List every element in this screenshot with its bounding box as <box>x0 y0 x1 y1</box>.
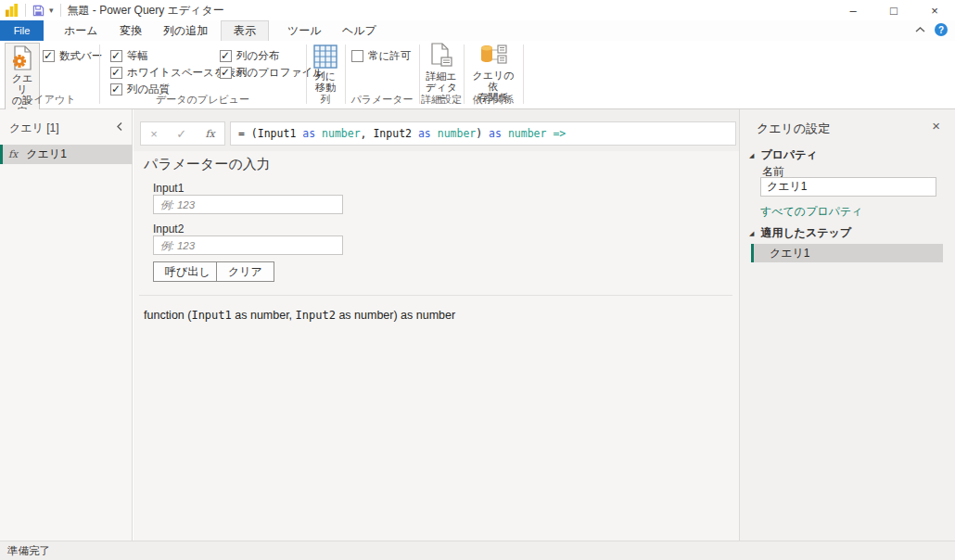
ribbon-group-data-preview: 等幅 ホワイトスペースを表示 列の品質 列の分布 列のプロファイル データのプレ… <box>99 41 306 108</box>
group-label-data-preview: データのプレビュー <box>99 93 306 107</box>
checkbox-always-allow[interactable]: 常に許可 <box>351 49 411 62</box>
signature-param2: Input2 <box>296 309 336 322</box>
formula-token: , Input2 <box>361 127 418 140</box>
checkbox-icon <box>43 50 55 62</box>
ribbon: クエリ の設定 数式バー レイアウト 等幅 ホワイトスペースを表示 列の品質 列… <box>0 41 955 109</box>
tab-home[interactable]: ホーム <box>52 20 110 41</box>
window-controls: – □ × <box>833 0 955 20</box>
group-label-layout: レイアウト <box>0 93 99 107</box>
tab-help[interactable]: ヘルプ <box>330 20 388 41</box>
tab-view[interactable]: 表示 <box>221 20 269 41</box>
queries-pane-header: クエリ [1] <box>9 121 59 136</box>
tab-tools[interactable]: ツール <box>275 20 334 41</box>
expander-icon: ◢ <box>749 152 754 159</box>
go-to-column-label-line1: 列に <box>315 70 336 82</box>
commit-formula-icon[interactable]: ✓ <box>176 127 186 141</box>
minimize-button[interactable]: – <box>833 0 873 20</box>
checkbox-icon <box>220 50 232 62</box>
cancel-formula-icon[interactable]: × <box>150 127 158 141</box>
applied-step-item[interactable]: クエリ1 <box>751 244 943 262</box>
query-item-label: クエリ1 <box>26 146 67 162</box>
query-settings-button[interactable]: クエリ の設定 <box>5 43 40 120</box>
signature-text: as number) as number <box>336 309 455 322</box>
input2-field[interactable] <box>153 235 343 255</box>
formula-token: ) <box>476 127 489 140</box>
checkbox-formula-bar[interactable]: 数式バー <box>43 49 102 62</box>
properties-section-header[interactable]: ◢ プロパティ <box>749 147 818 163</box>
checkbox-label: 等幅 <box>127 49 148 63</box>
formula-token: = (Input1 <box>238 127 302 140</box>
go-to-column-label-line2: 移動 <box>315 82 336 93</box>
table-grid-icon <box>313 45 337 69</box>
status-bar: 準備完了 <box>0 541 955 560</box>
ribbon-tab-row: File ホーム 変換 列の追加 表示 ツール ヘルプ ? <box>0 20 955 41</box>
save-icon[interactable] <box>32 5 45 17</box>
power-query-editor-window: ▾ 無題 - Power Query エディター – □ × File ホーム … <box>0 0 955 560</box>
ribbon-group-layout: クエリ の設定 数式バー レイアウト <box>0 41 99 108</box>
ribbon-group-advanced: 詳細エ ディター 詳細設定 <box>419 41 464 108</box>
tab-transform[interactable]: 変換 <box>108 20 154 41</box>
signature-text: as number, <box>232 309 296 322</box>
checkbox-label: 常に許可 <box>368 49 411 63</box>
divider <box>139 295 732 296</box>
tab-add-column[interactable]: 列の追加 <box>151 20 220 41</box>
go-to-column-button[interactable]: 列に 移動 <box>310 45 341 93</box>
formula-input[interactable]: = (Input1 as number, Input2 as number) a… <box>230 121 736 146</box>
quickaccess-dropdown-icon[interactable]: ▾ <box>49 6 54 15</box>
checkbox-icon <box>110 67 122 79</box>
checkbox-icon <box>110 50 122 62</box>
close-button[interactable]: × <box>914 0 955 20</box>
selection-bar <box>751 244 754 262</box>
formula-token: number <box>322 127 361 140</box>
help-icon[interactable]: ? <box>935 23 948 36</box>
applied-step-label: クエリ1 <box>770 246 810 261</box>
query-settings-title: クエリの設定 <box>757 121 830 137</box>
collapse-ribbon-icon[interactable] <box>915 26 925 33</box>
formula-token: number <box>508 127 547 140</box>
query-settings-panel: クエリの設定 × ◢ プロパティ 名前 すべてのプロパティ ◢ 適用したステップ… <box>739 109 955 541</box>
formula-token <box>502 127 508 140</box>
checkbox-icon <box>220 67 232 79</box>
document-gear-icon <box>11 45 34 70</box>
input2-label: Input2 <box>153 223 184 235</box>
queries-pane: クエリ [1] fx クエリ1 <box>0 109 133 541</box>
formula-token <box>431 127 438 140</box>
applied-steps-section-label: 適用したステップ <box>760 225 851 241</box>
checkbox-monospaced[interactable]: 等幅 <box>110 49 148 62</box>
checkbox-label: 数式バー <box>59 49 102 63</box>
maximize-button[interactable]: □ <box>873 0 914 20</box>
formula-bar-buttons: × ✓ fx <box>140 121 225 146</box>
close-panel-icon[interactable]: × <box>932 118 940 134</box>
group-label-columns: 列 <box>306 93 345 107</box>
titlebar-separator <box>60 4 61 17</box>
invoke-button[interactable]: 呼び出し <box>153 261 223 282</box>
group-label-dependencies: 依存関係 <box>464 93 523 107</box>
collapse-pane-icon[interactable] <box>116 121 123 132</box>
query-name-input[interactable] <box>760 177 936 197</box>
fx-icon[interactable]: fx <box>206 128 215 140</box>
checkbox-label: 列の分布 <box>236 49 279 63</box>
formula-token <box>315 127 322 140</box>
group-label-parameters: パラメーター <box>345 93 419 107</box>
file-tab[interactable]: File <box>0 20 44 41</box>
input1-label: Input1 <box>153 182 184 195</box>
expand-formula-icon[interactable] <box>679 130 730 146</box>
ribbon-group-dependencies: クエリの依 存関係 依存関係 <box>464 41 523 108</box>
advanced-editor-label-line1: 詳細エ <box>426 70 456 82</box>
properties-section-label: プロパティ <box>760 147 817 163</box>
checkbox-column-distribution[interactable]: 列の分布 <box>220 49 279 62</box>
formula-token: number <box>438 127 477 140</box>
formula-token: as <box>302 127 315 140</box>
title-bar: ▾ 無題 - Power Query エディター – □ × <box>0 0 955 20</box>
input1-field[interactable] <box>153 195 343 214</box>
function-signature: function (Input1 as number, Input2 as nu… <box>144 309 455 322</box>
tabrow-right-controls: ? <box>915 23 948 36</box>
all-properties-link[interactable]: すべてのプロパティ <box>760 204 863 220</box>
clear-button[interactable]: クリア <box>216 261 274 282</box>
applied-steps-section-header[interactable]: ◢ 適用したステップ <box>749 225 851 241</box>
formula-tokens: = (Input1 as number, Input2 as number) a… <box>238 127 566 140</box>
formula-bar: × ✓ fx = (Input1 as number, Input2 as nu… <box>134 109 739 151</box>
database-dependencies-icon <box>478 43 508 68</box>
query-list-item[interactable]: fx クエリ1 <box>0 145 133 164</box>
formula-token: as <box>418 127 431 140</box>
